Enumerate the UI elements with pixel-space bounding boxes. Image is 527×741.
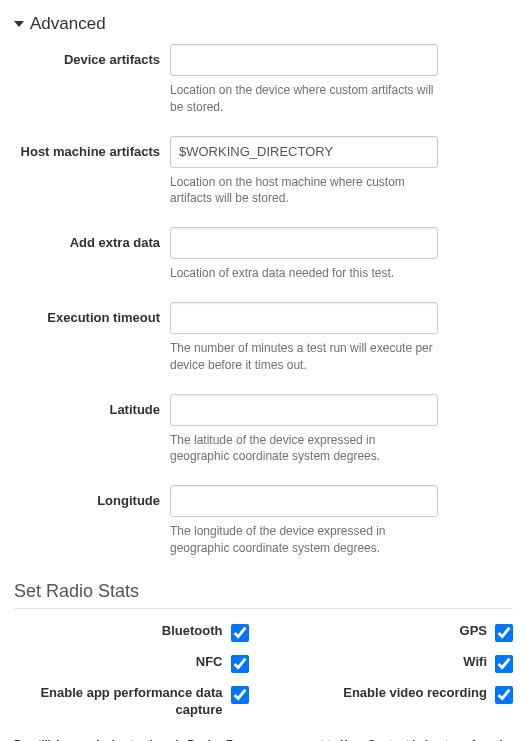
latitude-input[interactable] bbox=[170, 394, 438, 426]
host-machine-artifacts-input[interactable] bbox=[170, 136, 438, 168]
consent-text: By utilizing on-device testing via Devic… bbox=[14, 737, 513, 741]
add-extra-data-label: Add extra data bbox=[14, 227, 170, 250]
video-recording-checkbox[interactable] bbox=[495, 686, 513, 704]
wifi-label: Wifi bbox=[463, 654, 487, 671]
device-artifacts-help: Location on the device where custom arti… bbox=[170, 82, 438, 116]
host-machine-artifacts-help: Location on the host machine where custo… bbox=[170, 174, 438, 208]
radio-stats-grid: Bluetooth GPS NFC Wifi Enable app perfor… bbox=[14, 623, 513, 719]
latitude-label: Latitude bbox=[14, 394, 170, 417]
wifi-checkbox[interactable] bbox=[495, 655, 513, 673]
perf-capture-checkbox[interactable] bbox=[231, 686, 249, 704]
longitude-label: Longitude bbox=[14, 485, 170, 508]
radio-stats-header: Set Radio Stats bbox=[14, 581, 513, 609]
bluetooth-checkbox[interactable] bbox=[231, 624, 249, 642]
host-machine-artifacts-label: Host machine artifacts bbox=[14, 136, 170, 159]
nfc-label: NFC bbox=[196, 654, 223, 671]
gps-checkbox[interactable] bbox=[495, 624, 513, 642]
execution-timeout-help: The number of minutes a test run will ex… bbox=[170, 340, 438, 374]
advanced-header[interactable]: Advanced bbox=[14, 10, 513, 44]
longitude-help: The longitude of the device expressed in… bbox=[170, 523, 438, 557]
nfc-checkbox[interactable] bbox=[231, 655, 249, 673]
video-recording-label: Enable video recording bbox=[343, 685, 487, 702]
device-artifacts-label: Device artifacts bbox=[14, 44, 170, 67]
caret-down-icon bbox=[14, 21, 24, 27]
device-artifacts-input[interactable] bbox=[170, 44, 438, 76]
add-extra-data-help: Location of extra data needed for this t… bbox=[170, 265, 438, 282]
advanced-form: Device artifacts Location on the device … bbox=[14, 44, 513, 571]
longitude-input[interactable] bbox=[170, 485, 438, 517]
execution-timeout-label: Execution timeout bbox=[14, 302, 170, 325]
gps-label: GPS bbox=[460, 623, 487, 640]
add-extra-data-input[interactable] bbox=[170, 227, 438, 259]
perf-capture-label: Enable app performance data capture bbox=[23, 685, 223, 719]
bluetooth-label: Bluetooth bbox=[162, 623, 223, 640]
advanced-title: Advanced bbox=[30, 14, 106, 34]
latitude-help: The latitude of the device expressed in … bbox=[170, 432, 438, 466]
execution-timeout-input[interactable] bbox=[170, 302, 438, 334]
